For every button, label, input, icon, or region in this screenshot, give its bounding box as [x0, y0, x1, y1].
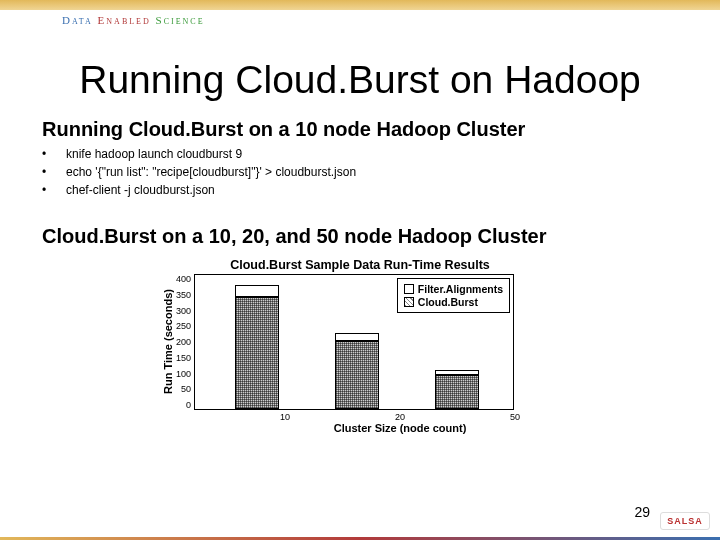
- xtick: 50: [510, 412, 520, 422]
- x-axis-ticks: 10 20 50: [240, 410, 560, 422]
- bar-filter-alignments: [235, 285, 279, 297]
- bar-filter-alignments: [335, 333, 379, 342]
- ytick: 400: [176, 274, 191, 284]
- ytick: 50: [176, 384, 191, 394]
- brand-enabled: Enabled: [98, 14, 156, 26]
- list-item: •chef-client -j cloudburst.json: [42, 181, 720, 199]
- section-heading-1: Running Cloud.Burst on a 10 node Hadoop …: [42, 118, 720, 141]
- top-accent-bar: [0, 0, 720, 10]
- brand-text: Data Enabled Science: [62, 14, 205, 26]
- bullet-list: •knife hadoop launch cloudburst 9 •echo …: [42, 145, 720, 199]
- bar-group: [335, 333, 379, 410]
- y-axis-label: Run Time (seconds): [160, 274, 176, 410]
- bar-cloudburst: [235, 297, 279, 409]
- chart-container: Cloud.Burst Sample Data Run-Time Results…: [160, 258, 560, 434]
- legend-swatch-open-icon: [404, 284, 414, 294]
- bullet-text: knife hadoop launch cloudburst 9: [66, 145, 242, 163]
- bullet-dot-icon: •: [42, 145, 66, 163]
- legend-row: Cloud.Burst: [404, 296, 503, 308]
- page-number: 29: [634, 504, 650, 520]
- ytick: 0: [176, 400, 191, 410]
- legend-label: Cloud.Burst: [418, 296, 478, 308]
- bar-cloudburst: [335, 341, 379, 409]
- bullet-dot-icon: •: [42, 163, 66, 181]
- bullet-text: chef-client -j cloudburst.json: [66, 181, 215, 199]
- xtick: 20: [395, 412, 405, 422]
- legend-label: Filter.Alignments: [418, 283, 503, 295]
- chart-title: Cloud.Burst Sample Data Run-Time Results: [160, 258, 560, 272]
- chart-legend: Filter.Alignments Cloud.Burst: [397, 278, 510, 313]
- ytick: 200: [176, 337, 191, 347]
- chart-plot-area: Filter.Alignments Cloud.Burst: [194, 274, 514, 410]
- ytick: 300: [176, 306, 191, 316]
- chart-body: Run Time (seconds) 400 350 300 250 200 1…: [160, 274, 560, 410]
- page-title: Running Cloud.Burst on Hadoop: [0, 58, 720, 102]
- bullet-dot-icon: •: [42, 181, 66, 199]
- legend-row: Filter.Alignments: [404, 283, 503, 295]
- ytick: 250: [176, 321, 191, 331]
- ytick: 100: [176, 369, 191, 379]
- brand-science: Science: [156, 14, 205, 26]
- brand-data: Data: [62, 14, 98, 26]
- y-axis-ticks: 400 350 300 250 200 150 100 50 0: [176, 274, 194, 410]
- x-axis-label: Cluster Size (node count): [240, 422, 560, 434]
- footer-logo: SALSA: [660, 512, 710, 530]
- list-item: •knife hadoop launch cloudburst 9: [42, 145, 720, 163]
- ytick: 150: [176, 353, 191, 363]
- list-item: •echo '{"run list": "recipe[cloudburst]"…: [42, 163, 720, 181]
- bar-group: [435, 370, 479, 409]
- xtick: 10: [280, 412, 290, 422]
- bar-cloudburst: [435, 375, 479, 409]
- bar-group: [235, 285, 279, 409]
- section-heading-2: Cloud.Burst on a 10, 20, and 50 node Had…: [42, 225, 720, 248]
- ytick: 350: [176, 290, 191, 300]
- legend-swatch-hatch-icon: [404, 297, 414, 307]
- bullet-text: echo '{"run list": "recipe[cloudburst]"}…: [66, 163, 356, 181]
